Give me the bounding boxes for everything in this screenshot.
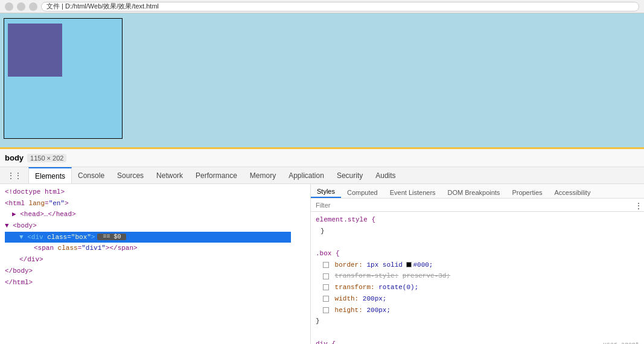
tab-audits[interactable]: Audits [369, 167, 402, 183]
transform-style-checkbox[interactable] [323, 273, 329, 279]
html-line-body-close: </body> [5, 266, 305, 277]
elements-icon: ⋮⋮ [7, 171, 22, 180]
styles-panel: Styles Computed Event Listeners DOM Brea… [311, 184, 644, 344]
tab-security[interactable]: Security [331, 167, 369, 183]
rule-div: div { user agent display: block; } [316, 339, 639, 344]
styles-tab-accessibility[interactable]: Accessibility [549, 187, 597, 198]
html-line-head: ▶ <head>…</head> [5, 209, 305, 220]
more-tabs-button[interactable]: ⋮ [634, 201, 643, 211]
border-color-swatch [406, 262, 412, 267]
html-line-body-open: ▼ <body> [5, 220, 305, 232]
browser-url-bar[interactable]: 文件 | D:/html/Web/效果/效果/text.html [41, 2, 639, 11]
elements-content[interactable]: <!doctype html> <html lang="en"> ▶ <head… [0, 184, 310, 344]
user-agent-label-div: user agent [603, 340, 639, 344]
tab-memory[interactable]: Memory [244, 167, 282, 183]
styles-tab-event-listeners[interactable]: Event Listeners [384, 187, 442, 198]
tab-application[interactable]: Application [282, 167, 331, 183]
border-checkbox[interactable] [323, 262, 329, 268]
html-line-html: <html lang="en"> [5, 198, 305, 209]
tab-sources[interactable]: Sources [111, 167, 150, 183]
html-line-span: <span class="div1"></span> [5, 243, 305, 254]
styles-tab-dom-breakpoints[interactable]: DOM Breakpoints [442, 187, 506, 198]
styles-content[interactable]: element.style { } .box { border: 1px sol… [311, 212, 644, 344]
styles-filter-input[interactable] [311, 199, 644, 212]
styles-tab-properties[interactable]: Properties [506, 187, 548, 198]
html-line-doctype: <!doctype html> [5, 186, 305, 198]
html-line-div[interactable]: ▼ <div class="box"> == $0 [5, 232, 291, 243]
rule-box: .box { border: 1px solid #000; transform… [316, 248, 639, 327]
tab-network[interactable]: Network [150, 167, 190, 183]
box-inner [8, 24, 62, 77]
height-checkbox[interactable] [323, 307, 329, 313]
body-size: 1150 × 202 [27, 154, 66, 162]
browser-refresh-button[interactable] [29, 2, 37, 11]
body-label: body [5, 153, 24, 162]
url-text: 文件 | D:/html/Web/效果/效果/text.html [46, 2, 159, 11]
rule-element-style: element.style { } [316, 214, 639, 237]
preview-area [0, 13, 644, 149]
styles-tab-styles[interactable]: Styles [311, 186, 341, 198]
devtools-body: <!doctype html> <html lang="en"> ▶ <head… [0, 184, 644, 344]
browser-forward-button[interactable] [17, 2, 25, 11]
devtools-tab-bar: ⋮⋮ Elements Console Sources Network Perf… [0, 167, 644, 184]
browser-back-button[interactable] [5, 2, 13, 11]
tab-performance[interactable]: Performance [190, 167, 244, 183]
width-checkbox[interactable] [323, 296, 329, 302]
body-info-bar: body 1150 × 202 [0, 149, 644, 167]
html-line-div-close: </div> [5, 254, 305, 266]
tab-icon[interactable]: ⋮⋮ [1, 167, 28, 183]
tab-console[interactable]: Console [72, 167, 111, 183]
html-line-html-close: </html> [5, 277, 305, 288]
browser-bar: 文件 | D:/html/Web/效果/效果/text.html [0, 0, 644, 13]
box-outer [4, 18, 123, 139]
styles-subtabs: Styles Computed Event Listeners DOM Brea… [311, 184, 644, 199]
devtools-panel: ⋮⋮ Elements Console Sources Network Perf… [0, 167, 644, 344]
elements-panel: <!doctype html> <html lang="en"> ▶ <head… [0, 184, 311, 344]
styles-tab-computed[interactable]: Computed [341, 187, 384, 198]
transform-checkbox[interactable] [323, 284, 329, 290]
tab-elements[interactable]: Elements [28, 167, 72, 183]
